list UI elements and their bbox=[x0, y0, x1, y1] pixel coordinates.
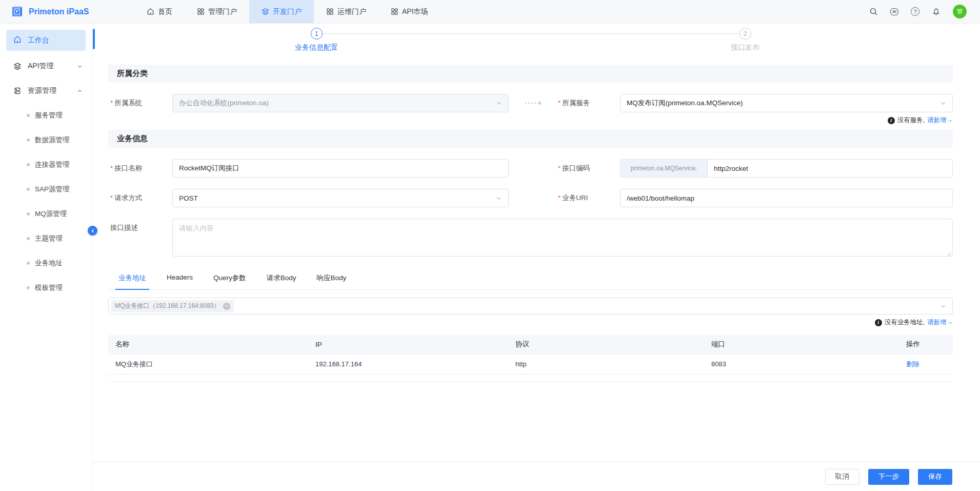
tab-query-params[interactable]: Query参数 bbox=[213, 273, 246, 289]
user-avatar[interactable]: 管 bbox=[953, 5, 967, 18]
delete-link[interactable]: 删除 bbox=[906, 360, 919, 368]
address-table: 名称 IP 协议 端口 操作 MQ业务接口 192.168.17.164 htt… bbox=[108, 335, 953, 375]
sidebar-item-service-mgmt[interactable]: 服务管理 bbox=[0, 103, 92, 128]
tab-business-address[interactable]: 业务地址 bbox=[118, 273, 146, 289]
sidebar-item-label: 数据源管理 bbox=[35, 135, 70, 145]
sidebar-group-resources[interactable]: 资源管理 bbox=[0, 78, 92, 103]
sidebar-item-label: 模板管理 bbox=[35, 283, 63, 292]
required-mark: * bbox=[110, 99, 113, 107]
stepper-connector bbox=[323, 33, 745, 34]
grid-icon bbox=[391, 8, 398, 15]
wizard-stepper: 1 业务信息配置 2 接口发布 bbox=[92, 28, 980, 60]
business-address-select[interactable]: MQ业务接口（192.168.17.164:8083） × bbox=[108, 298, 953, 315]
nav-item-label: API市场 bbox=[402, 7, 428, 16]
card-bottom-divider bbox=[108, 375, 953, 382]
form-row-method-uri: *请求方式 POST *业务URI bbox=[108, 189, 953, 207]
cancel-button[interactable]: 取消 bbox=[825, 469, 859, 485]
nav-item-label: 运维门户 bbox=[337, 7, 366, 16]
nav-item-label: 管理门户 bbox=[208, 7, 237, 16]
question-glyph: ? bbox=[911, 7, 919, 16]
cell-protocol: http bbox=[508, 354, 704, 374]
page-layout: 工作台 API管理 资源管理 服务管理 数据源管理 bbox=[0, 24, 980, 491]
step-label: 业务信息配置 bbox=[295, 43, 338, 52]
step-business-info[interactable]: 1 业务信息配置 bbox=[275, 28, 357, 52]
system-select[interactable]: 办公自动化系统(primeton.oa) bbox=[172, 94, 509, 112]
sidebar-item-mq-source-mgmt[interactable]: MQ源管理 bbox=[0, 202, 92, 226]
required-mark: * bbox=[110, 194, 113, 202]
interface-code-input[interactable] bbox=[707, 159, 953, 178]
brand-area: P Primeton iPaaS bbox=[0, 0, 123, 23]
form-row-name-code: *接口名称 *接口编码 primeton.oa.MQService. bbox=[108, 159, 953, 178]
interface-name-input[interactable] bbox=[172, 159, 509, 178]
dashed-arrow-icon bbox=[509, 100, 558, 106]
cell-ip: 192.168.17.164 bbox=[308, 354, 508, 374]
help-icon[interactable]: ? bbox=[911, 7, 919, 16]
field-label-service: *所属服务 bbox=[558, 99, 620, 108]
address-tag: MQ业务接口（192.168.17.164:8083） × bbox=[111, 300, 234, 312]
primary-nav: 首页 管理门户 开发门户 运维门户 API市场 bbox=[134, 0, 441, 23]
step-publish[interactable]: 2 接口发布 bbox=[704, 28, 786, 52]
table-header-row: 名称 IP 协议 端口 操作 bbox=[108, 335, 953, 354]
required-mark: * bbox=[558, 164, 561, 172]
next-step-button[interactable]: 下一步 bbox=[868, 469, 910, 485]
nav-item-home[interactable]: 首页 bbox=[134, 0, 185, 23]
tab-headers[interactable]: Headers bbox=[167, 273, 193, 289]
grid-icon bbox=[197, 8, 205, 15]
sidebar-group-label: 资源管理 bbox=[28, 86, 56, 95]
nav-item-ops-portal[interactable]: 运维门户 bbox=[314, 0, 378, 23]
service-hint: i 没有服务,请新增→ bbox=[108, 116, 953, 125]
cell-name: MQ业务接口 bbox=[108, 354, 308, 374]
sidebar-item-topic-mgmt[interactable]: 主题管理 bbox=[0, 226, 92, 251]
address-hint: i 没有业务地址,请新增→ bbox=[108, 318, 953, 327]
ai-assistant-icon[interactable]: AI bbox=[890, 8, 898, 15]
bullet-icon bbox=[27, 114, 30, 117]
sidebar-item-template-mgmt[interactable]: 模板管理 bbox=[0, 276, 92, 300]
field-label-uri: *业务URI bbox=[558, 193, 620, 203]
nav-item-dev-portal[interactable]: 开发门户 bbox=[249, 0, 314, 23]
nav-item-api-market[interactable]: API市场 bbox=[378, 0, 441, 23]
top-navbar: P Primeton iPaaS 首页 管理门户 开发门户 bbox=[0, 0, 980, 24]
service-select-value: MQ发布订阅(primeton.oa.MQService) bbox=[627, 99, 940, 108]
form-row-category: *所属系统 办公自动化系统(primeton.oa) *所属服务 bbox=[108, 94, 953, 112]
sidebar-group-api[interactable]: API管理 bbox=[0, 54, 92, 78]
tab-response-body[interactable]: 响应Body bbox=[317, 273, 347, 289]
step-label: 接口发布 bbox=[731, 43, 759, 52]
col-header-name: 名称 bbox=[108, 335, 308, 354]
bell-icon[interactable] bbox=[932, 7, 941, 16]
sidebar-collapse-toggle[interactable] bbox=[88, 226, 97, 235]
main-content: 1 业务信息配置 2 接口发布 所属分类 *所属系统 办公自动化系统(prime… bbox=[92, 24, 980, 491]
step-number: 2 bbox=[739, 28, 751, 40]
section-title-category: 所属分类 bbox=[108, 65, 953, 83]
sidebar-item-workbench[interactable]: 工作台 bbox=[6, 30, 86, 51]
required-mark: * bbox=[558, 99, 561, 107]
search-icon[interactable] bbox=[869, 7, 878, 16]
service-select[interactable]: MQ发布订阅(primeton.oa.MQService) bbox=[620, 94, 953, 112]
add-address-link[interactable]: 请新增→ bbox=[927, 318, 953, 327]
sidebar-item-label: 工作台 bbox=[28, 36, 49, 45]
tag-close-icon[interactable]: × bbox=[223, 303, 230, 310]
interface-form: 所属分类 *所属系统 办公自动化系统(primeton.oa) bbox=[108, 65, 953, 382]
save-button[interactable]: 保存 bbox=[918, 469, 952, 485]
sidebar-item-connector-mgmt[interactable]: 连接器管理 bbox=[0, 152, 92, 177]
home-icon bbox=[13, 35, 22, 45]
nav-item-admin-portal[interactable]: 管理门户 bbox=[185, 0, 249, 23]
info-icon: i bbox=[888, 117, 895, 124]
tab-request-body[interactable]: 请求Body bbox=[267, 273, 296, 289]
bullet-icon bbox=[27, 262, 30, 265]
home-icon bbox=[147, 8, 154, 15]
sidebar-item-business-address[interactable]: 业务地址 bbox=[0, 251, 92, 276]
form-row-description: 接口描述 bbox=[108, 219, 953, 258]
info-icon: i bbox=[875, 319, 882, 326]
database-icon bbox=[13, 87, 22, 95]
sidebar-item-label: 主题管理 bbox=[35, 234, 63, 243]
hint-text: 没有业务地址, bbox=[885, 318, 925, 327]
add-service-link[interactable]: 请新增→ bbox=[927, 116, 953, 125]
description-textarea[interactable] bbox=[172, 219, 953, 257]
method-select[interactable]: POST bbox=[172, 189, 509, 207]
required-mark: * bbox=[110, 164, 113, 172]
chevron-down-icon bbox=[496, 195, 502, 201]
svg-text:P: P bbox=[16, 9, 19, 14]
sidebar-item-datasource-mgmt[interactable]: 数据源管理 bbox=[0, 128, 92, 152]
business-uri-input[interactable] bbox=[620, 189, 953, 207]
sidebar-item-sap-source-mgmt[interactable]: SAP源管理 bbox=[0, 177, 92, 202]
